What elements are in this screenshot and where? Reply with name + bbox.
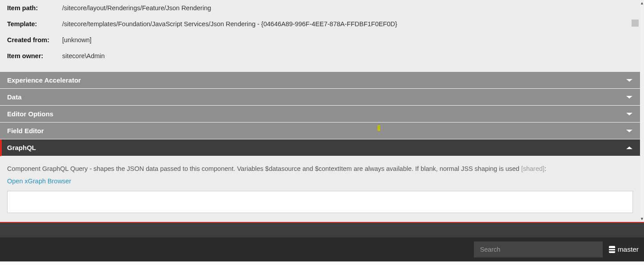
section-graphql[interactable]: GraphQL — [0, 139, 640, 156]
scroll-handle[interactable] — [632, 20, 639, 27]
info-value: /sitecore/layout/Renderings/Feature/Json… — [62, 4, 211, 12]
ribbon-bar — [0, 222, 644, 237]
description-text: Component GraphQL Query - shapes the JSO… — [7, 165, 521, 172]
chevron-down-icon — [626, 127, 633, 134]
content-panel: Item path: /sitecore/layout/Renderings/F… — [0, 0, 640, 222]
section-label: Field Editor — [7, 127, 44, 134]
accordion: Experience Accelerator Data Editor Optio… — [0, 72, 640, 214]
info-label: Item path: — [7, 4, 62, 12]
section-data[interactable]: Data — [0, 89, 640, 106]
bottom-strip — [0, 261, 644, 265]
section-experience-accelerator[interactable]: Experience Accelerator — [0, 72, 640, 89]
status-bar: master — [0, 237, 644, 261]
database-icon — [609, 246, 615, 253]
info-value: /sitecore/templates/Foundation/JavaScrip… — [62, 20, 397, 28]
chevron-down-icon — [626, 93, 633, 101]
database-name: master — [618, 245, 639, 253]
item-quick-info: Item path: /sitecore/layout/Renderings/F… — [0, 0, 640, 70]
graphql-section-body: Component GraphQL Query - shapes the JSO… — [0, 156, 640, 214]
search-input[interactable] — [474, 241, 603, 257]
info-label: Item owner: — [7, 52, 62, 59]
info-row-item-path: Item path: /sitecore/layout/Renderings/F… — [7, 0, 633, 16]
section-label: Data — [7, 93, 22, 101]
info-row-item-owner: Item owner: sitecore\Admin — [7, 48, 633, 64]
colon: : — [545, 165, 546, 172]
graphql-query-input[interactable] — [7, 191, 633, 213]
open-xgraph-link[interactable]: Open xGraph Browser — [7, 178, 71, 185]
info-label: Created from: — [7, 36, 62, 44]
info-value: [unknown] — [62, 36, 91, 44]
info-row-template: Template: /sitecore/templates/Foundation… — [7, 16, 633, 32]
scroll-up-arrow-icon[interactable]: ▲ — [640, 0, 644, 6]
scroll-down-arrow-icon[interactable]: ▼ — [640, 216, 644, 222]
info-label: Template: — [7, 20, 62, 28]
info-value: sitecore\Admin — [62, 52, 105, 59]
section-label: Experience Accelerator — [7, 76, 81, 84]
vertical-scrollbar[interactable]: ▲ ▼ — [640, 0, 644, 222]
database-indicator[interactable]: master — [609, 245, 639, 253]
section-label: GraphQL — [7, 144, 36, 151]
section-field-editor[interactable]: Field Editor — [0, 123, 640, 139]
indicator-icon — [378, 125, 380, 131]
shared-tag: [shared] — [521, 165, 544, 172]
section-editor-options[interactable]: Editor Options — [0, 106, 640, 123]
chevron-down-icon — [626, 110, 633, 118]
graphql-field-description: Component GraphQL Query - shapes the JSO… — [7, 165, 633, 172]
section-label: Editor Options — [7, 110, 53, 118]
chevron-up-icon — [626, 144, 633, 151]
chevron-down-icon — [626, 76, 633, 84]
info-row-created-from: Created from: [unknown] — [7, 32, 633, 48]
